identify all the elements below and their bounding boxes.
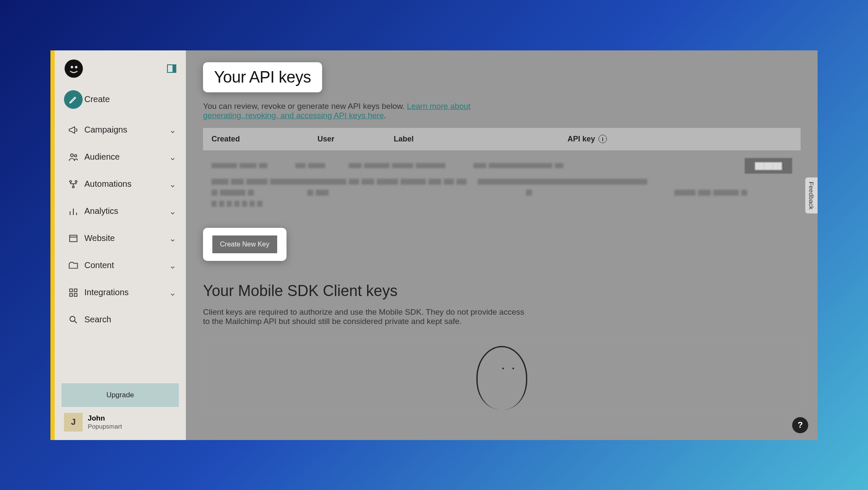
sidebar-item-label: Website (83, 233, 169, 243)
sidebar-nav: Create Campaigns ⌄ Audience ⌄ Automation… (55, 86, 186, 376)
svg-point-7 (72, 186, 74, 188)
col-api-key: API key i (568, 135, 792, 144)
pencil-icon (64, 90, 83, 109)
sidebar-item-campaigns[interactable]: Campaigns ⌄ (59, 116, 181, 144)
sdk-title: Your Mobile SDK Client keys (203, 282, 801, 300)
sidebar-item-create[interactable]: Create (59, 86, 181, 113)
svg-point-1 (71, 66, 73, 68)
grid-icon (64, 283, 83, 302)
chevron-down-icon: ⌄ (169, 260, 176, 271)
svg-point-4 (75, 155, 77, 157)
sidebar-item-automations[interactable]: Automations ⌄ (59, 171, 181, 198)
user-menu[interactable]: J John Popupsmart (61, 407, 179, 433)
sidebar-item-label: Automations (83, 179, 169, 189)
main-content: Your API keys You can review, revoke or … (186, 50, 818, 440)
chevron-down-icon: ⌄ (169, 179, 176, 189)
sidebar-item-integrations[interactable]: Integrations ⌄ (59, 279, 181, 306)
collapse-sidebar-icon[interactable] (167, 64, 176, 73)
page-title: Your API keys (214, 68, 311, 86)
flow-icon (64, 175, 83, 194)
user-org: Popupsmart (88, 423, 122, 430)
chevron-down-icon: ⌄ (169, 288, 176, 298)
svg-point-6 (75, 180, 77, 182)
help-button[interactable]: ? (792, 417, 808, 433)
sidebar-item-analytics[interactable]: Analytics ⌄ (59, 198, 181, 225)
sidebar: Create Campaigns ⌄ Audience ⌄ Automation… (55, 50, 186, 440)
sdk-empty-card (203, 338, 801, 410)
illustration-icon (476, 346, 527, 410)
col-label: Label (394, 135, 568, 144)
bar-chart-icon (64, 202, 83, 221)
svg-point-5 (70, 180, 71, 182)
sidebar-item-label: Search (83, 315, 176, 324)
megaphone-icon (64, 121, 83, 139)
table-body: ██████ (203, 150, 801, 218)
sidebar-item-label: Campaigns (83, 125, 169, 135)
col-created: Created (211, 135, 317, 144)
info-icon[interactable]: i (598, 135, 607, 143)
sdk-section: Your Mobile SDK Client keys Client keys … (203, 282, 801, 410)
sidebar-item-label: Integrations (83, 288, 169, 297)
chevron-down-icon: ⌄ (169, 206, 176, 216)
svg-point-0 (64, 59, 83, 78)
sidebar-item-search[interactable]: Search (59, 306, 181, 333)
window-icon (64, 229, 83, 248)
sidebar-item-website[interactable]: Website ⌄ (59, 225, 181, 252)
table-header-row: Created User Label API key i (203, 128, 801, 150)
user-name: John (88, 414, 122, 423)
mailchimp-logo[interactable] (64, 59, 83, 78)
row-action-button-redacted[interactable]: ██████ (745, 158, 792, 174)
svg-rect-12 (74, 293, 77, 296)
upgrade-button[interactable]: Upgrade (61, 383, 179, 407)
svg-point-3 (71, 154, 74, 157)
sdk-description: Client keys are required to authorize an… (203, 307, 525, 326)
svg-rect-8 (70, 235, 77, 241)
chevron-down-icon: ⌄ (169, 125, 176, 135)
accent-bar (50, 50, 55, 440)
sidebar-item-content[interactable]: Content ⌄ (59, 252, 181, 279)
feedback-tab[interactable]: Feedback (805, 177, 818, 214)
sidebar-item-label: Content (83, 260, 169, 270)
app-window: Create Campaigns ⌄ Audience ⌄ Automation… (50, 50, 818, 440)
table-row-redacted: ██████ (211, 158, 792, 174)
create-key-highlight: Create New Key (203, 228, 287, 261)
sidebar-item-label: Create (83, 94, 176, 104)
chevron-down-icon: ⌄ (169, 152, 176, 162)
svg-point-13 (70, 316, 75, 321)
sidebar-item-label: Audience (83, 152, 169, 162)
api-keys-table: Created User Label API key i ██████ (203, 128, 801, 218)
svg-point-2 (75, 66, 78, 68)
folder-icon (64, 256, 83, 275)
users-icon (64, 148, 83, 166)
page-description: You can review, revoke or generate new A… (203, 102, 500, 120)
search-icon (64, 310, 83, 329)
svg-rect-10 (74, 289, 77, 292)
sidebar-item-label: Analytics (83, 206, 169, 216)
table-row-redacted (211, 190, 792, 196)
svg-rect-11 (70, 293, 72, 296)
avatar: J (64, 413, 83, 432)
table-row-redacted (211, 179, 792, 185)
svg-rect-9 (70, 289, 72, 292)
page-title-highlight: Your API keys (203, 62, 322, 92)
col-user: User (317, 135, 394, 144)
sidebar-item-audience[interactable]: Audience ⌄ (59, 144, 181, 171)
table-row-redacted (211, 201, 792, 207)
create-new-key-button[interactable]: Create New Key (212, 235, 277, 253)
chevron-down-icon: ⌄ (169, 233, 176, 244)
